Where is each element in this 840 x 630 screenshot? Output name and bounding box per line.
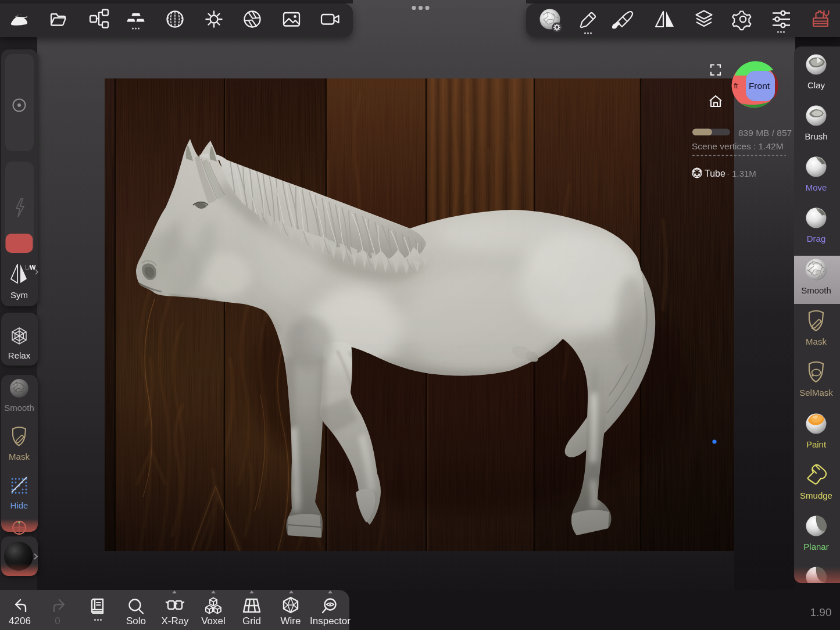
svg-text:Move: Move [806,182,827,192]
svg-text:Solo: Solo [126,615,146,627]
svg-text:Hide: Hide [10,500,28,510]
svg-text:Drag: Drag [807,234,826,244]
svg-text:Front: Front [749,81,770,91]
svg-text:W: W [30,264,36,271]
svg-text:Grid: Grid [242,615,261,627]
svg-text:X-Ray: X-Ray [161,615,189,627]
svg-text:Smooth: Smooth [801,285,831,295]
svg-text:1.90: 1.90 [810,606,832,618]
svg-text:Mask: Mask [9,452,30,461]
svg-text:Clay: Clay [807,80,825,90]
svg-text:Mask: Mask [806,337,827,346]
svg-text:Wire: Wire [281,615,301,627]
svg-text:Tube: Tube [705,169,725,178]
svg-text:Smudge: Smudge [800,491,832,500]
svg-text:· 1.31M: · 1.31M [727,169,756,178]
svg-text:Inspector: Inspector [310,615,351,627]
svg-text:Brush: Brush [805,131,827,141]
svg-text:4206: 4206 [9,615,31,627]
svg-text:0: 0 [55,615,60,627]
svg-text:Paint: Paint [806,439,827,449]
svg-text:Relax: Relax [8,350,31,360]
svg-text:Planar: Planar [803,542,828,552]
svg-text:Scene vertices : 1.42M: Scene vertices : 1.42M [692,141,784,151]
svg-text:Voxel: Voxel [201,615,226,627]
svg-text:ft: ft [734,82,738,90]
svg-text:Sym: Sym [10,290,28,300]
svg-text:SelMask: SelMask [799,388,833,398]
svg-text:Smooth: Smooth [4,403,34,413]
svg-text:839 MB / 857 MB: 839 MB / 857 MB [738,128,808,138]
